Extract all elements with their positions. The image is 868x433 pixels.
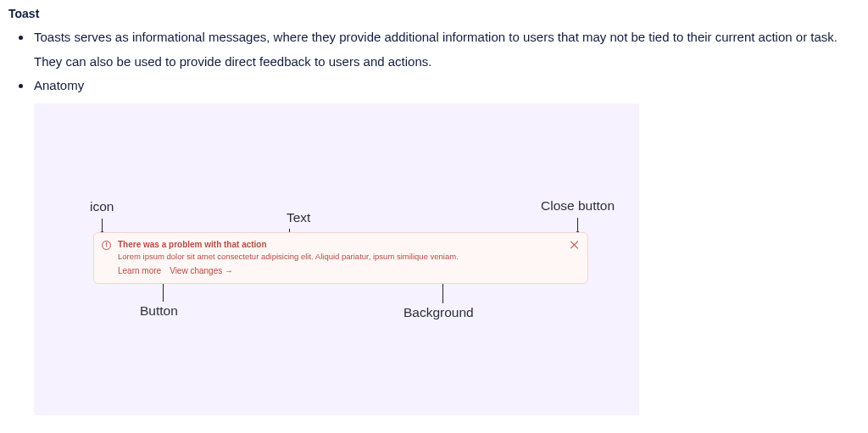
close-icon[interactable] [570,241,579,249]
anatomy-label-background: Background [403,305,474,320]
view-changes-link[interactable]: View changes → [170,266,233,275]
section-heading: Toast [8,7,860,20]
toast-body: Lorem ipsum dolor sit amet consectetur a… [118,252,562,261]
anatomy-label-close: Close button [541,198,615,214]
toast-actions: Learn more View changes → [118,266,562,275]
view-changes-label: View changes [170,266,222,275]
leader-line [577,218,578,234]
toast-example: There was a problem with that action Lor… [93,232,588,284]
anatomy-label-text: Text [287,210,310,225]
anatomy-panel: icon Text Close button Button Background… [34,103,639,415]
bullet-item: Toasts serves as informational messages,… [32,25,860,74]
bullet-item: Anatomy [32,74,860,98]
toast-title: There was a problem with that action [118,240,562,249]
leader-line [102,219,103,234]
anatomy-label-icon: icon [90,199,114,214]
arrow-right-icon: → [225,266,233,275]
alert-icon [102,241,111,250]
bullet-list: Toasts serves as informational messages,… [10,25,860,98]
anatomy-label-button: Button [140,303,178,319]
learn-more-link[interactable]: Learn more [118,266,161,275]
